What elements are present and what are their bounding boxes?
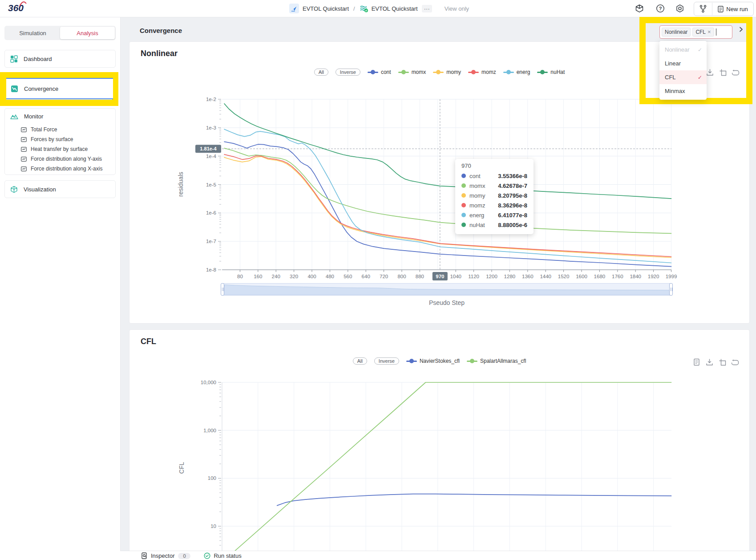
svg-text:800: 800	[397, 274, 406, 279]
svg-text:1360: 1360	[522, 274, 534, 279]
tooltip-step: 970	[461, 162, 527, 169]
sidebar-item-monitor[interactable]: Monitor	[5, 109, 115, 124]
breadcrumb-run[interactable]: EVTOL Quickstart	[372, 5, 418, 12]
svg-text:1440: 1440	[540, 274, 551, 279]
sidebar-item-visualization[interactable]: Visualization	[4, 180, 116, 198]
inspector-icon	[141, 552, 148, 559]
check-icon: ✓	[698, 74, 702, 81]
nonlinear-chart[interactable]: 1e-21e-31e-41e-51e-61e-71e-8801602403204…	[129, 42, 750, 324]
new-run-button[interactable]: New run	[712, 6, 753, 12]
x-axis-title: Pseudo Step	[222, 299, 671, 306]
help-icon[interactable]: ?	[656, 4, 665, 13]
svg-text:1e-8: 1e-8	[206, 267, 216, 272]
breadcrumb-project[interactable]: EVTOL Quickstart	[303, 5, 349, 12]
svg-text:1.81e-4: 1.81e-4	[200, 146, 217, 151]
inspector-button[interactable]: Inspector 0	[141, 552, 190, 559]
breadcrumb-more-button[interactable]: ···	[422, 5, 432, 12]
menu-option-cfl[interactable]: CFL✓	[659, 70, 707, 84]
convergence-label: Convergence	[24, 85, 58, 92]
svg-text:100: 100	[208, 475, 216, 481]
selected-tag-nonlinear[interactable]: Nonlinear	[662, 28, 691, 37]
tab-analysis[interactable]: Analysis	[60, 27, 115, 39]
sidebar-subitem-forces-by-surface[interactable]: Forces by surface	[5, 134, 115, 144]
sidebar: Simulation Analysis Dashboard Convergenc…	[0, 17, 121, 560]
tooltip-row-momz: momz8.36296e-8	[461, 200, 527, 210]
sidebar-subitem-force-distribution-along-x-axis[interactable]: Force distribution along X-axis	[5, 164, 115, 174]
tooltip-row-cont: cont3.55366e-8	[461, 171, 527, 181]
slider-handle-right[interactable]	[669, 283, 673, 296]
status-bar: Inspector 0 Run status	[120, 551, 756, 560]
cfl-chart[interactable]: 10,0001,00010010CFL	[129, 330, 750, 560]
tab-simulation[interactable]: Simulation	[5, 27, 60, 39]
fork-icon[interactable]	[694, 5, 712, 13]
svg-text:80: 80	[237, 274, 243, 279]
settings-gear-icon[interactable]	[675, 4, 684, 13]
svg-text:1920: 1920	[648, 274, 659, 279]
sidebar-subitem-total-force[interactable]: Total Force	[5, 125, 115, 134]
text-cursor	[716, 28, 716, 36]
svg-text:240: 240	[272, 274, 280, 279]
svg-text:CFL: CFL	[178, 462, 185, 474]
run-status-button[interactable]: Run status	[204, 552, 241, 559]
monitor-label: Monitor	[24, 113, 43, 120]
svg-text:880: 880	[416, 274, 424, 279]
slider-handle-left[interactable]	[221, 283, 224, 296]
tooltip-row-nuHat: nuHat8.88005e-6	[461, 220, 527, 230]
sidebar-item-dashboard[interactable]: Dashboard	[4, 50, 116, 68]
tooltip-row-energ: energ6.41077e-8	[461, 210, 527, 220]
svg-text:1760: 1760	[612, 274, 623, 279]
breadcrumb: EVTOL Quickstart / EVTOL Quickstart ··· …	[289, 0, 469, 17]
chart-type-menu: Nonlinear✓LinearCFL✓Minmax	[659, 41, 707, 100]
svg-text:10,000: 10,000	[201, 380, 216, 385]
remove-tag-icon[interactable]: ×	[707, 30, 711, 34]
page-title: Convergence	[140, 27, 182, 34]
svg-text:1600: 1600	[576, 274, 587, 279]
sidebar-subitem-force-distribution-along-y-axis[interactable]: Force distribution along Y-axis	[5, 154, 115, 164]
project-plane-icon	[289, 4, 299, 13]
selected-tag-cfl[interactable]: CFL×	[692, 28, 714, 37]
svg-text:1840: 1840	[630, 274, 641, 279]
menu-option-linear[interactable]: Linear	[659, 57, 707, 70]
assets-cube-icon[interactable]	[635, 4, 644, 13]
tooltip-row-momy: momy8.20795e-8	[461, 191, 527, 200]
inspector-count-badge: 0	[178, 553, 190, 559]
dashboard-label: Dashboard	[24, 56, 52, 62]
sidebar-group-monitor: Monitor Total ForceForces by surfaceHeat…	[4, 108, 116, 175]
run-status-check-icon	[204, 552, 210, 559]
x-range-slider[interactable]	[222, 283, 671, 296]
document-icon	[718, 6, 724, 12]
breadcrumb-separator: /	[353, 5, 355, 12]
dashboard-icon	[10, 55, 18, 63]
check-icon: ✓	[698, 47, 702, 53]
svg-text:?: ?	[659, 6, 662, 11]
svg-text:1200: 1200	[486, 274, 497, 279]
svg-text:1040: 1040	[450, 274, 461, 279]
visualization-label: Visualization	[24, 186, 56, 193]
visualization-icon	[10, 186, 18, 193]
collapse-panel-chevron-icon[interactable]	[738, 26, 744, 34]
svg-text:1999: 1999	[666, 274, 677, 279]
svg-text:1e-2: 1e-2	[206, 97, 216, 102]
chart-tooltip: 970 cont3.55366e-8momx4.62678e-7momy8.20…	[455, 159, 534, 234]
svg-text:560: 560	[344, 274, 352, 279]
convergence-icon	[11, 85, 18, 93]
svg-text:1520: 1520	[558, 274, 570, 279]
svg-text:320: 320	[290, 274, 298, 279]
svg-text:970: 970	[436, 274, 444, 279]
svg-text:160: 160	[254, 274, 262, 279]
app-logo[interactable]: 360	[8, 3, 24, 13]
svg-text:1280: 1280	[504, 274, 516, 279]
sidebar-item-convergence[interactable]: Convergence	[6, 78, 113, 99]
view-only-label: View only	[445, 5, 469, 12]
mode-tabs: Simulation Analysis	[4, 26, 116, 40]
slider-minimap	[222, 284, 671, 295]
sidebar-subitem-heat-transfer-by-surface[interactable]: Heat transfer by surface	[5, 144, 115, 154]
menu-option-minmax[interactable]: Minmax	[659, 84, 707, 98]
chart-type-select[interactable]: Nonlinear CFL×	[659, 25, 732, 39]
svg-text:1e-3: 1e-3	[206, 125, 216, 130]
svg-text:640: 640	[362, 274, 370, 279]
run-waves-icon	[360, 4, 368, 12]
svg-text:10: 10	[210, 523, 216, 529]
nonlinear-chart-card: Nonlinear AllInversecontmomxmomymomzener…	[129, 41, 750, 324]
logo-swoosh-icon	[19, 1, 27, 7]
